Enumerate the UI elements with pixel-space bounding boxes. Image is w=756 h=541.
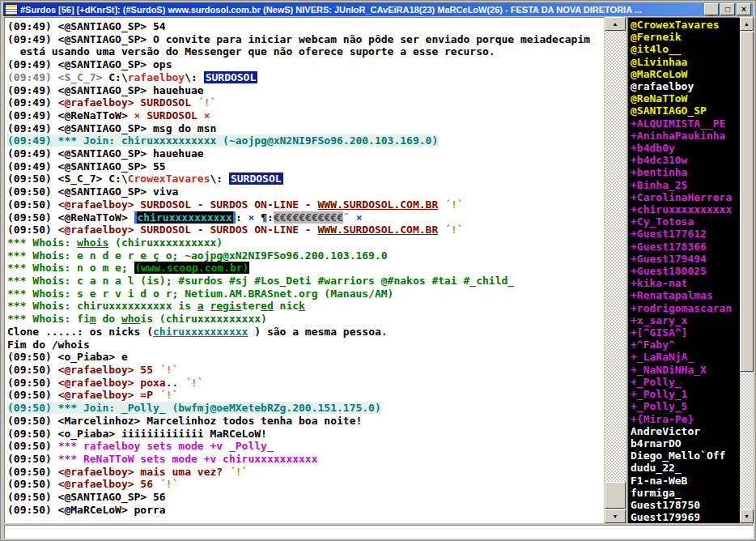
nicklist-item[interactable]: +CarolinaHerrera — [631, 191, 740, 203]
chat-line: (09:50) <@MaRCeLoW> porra — [7, 504, 604, 517]
chat-scrollbar[interactable]: ▲ ▼ — [605, 17, 626, 523]
chat-log: (09:49) <@SANTIAGO_SP> 54(09:49) <@SANTI… — [4, 17, 604, 523]
chat-line: (09:49) <@SANTIAGO_SP> ops — [7, 58, 604, 71]
chat-line: (09:49) <@SANTIAGO_SP> 54 — [7, 20, 604, 33]
chat-line: (09:49) <@SANTIAGO_SP> hauehuae — [7, 147, 604, 160]
nicklist-item[interactable]: Guest178750 — [631, 499, 740, 511]
chat-line: (09:50) *** ReNaTToW sets mode +v chirux… — [7, 453, 604, 466]
chat-line: (09:49) <@SANTIAGO_SP> hauehuae — [7, 84, 604, 97]
chat-line: (09:50) <@rafaelboy> =P ´!` — [7, 389, 604, 402]
message-input[interactable] — [4, 525, 754, 539]
chat-line: (09:50) <@rafaelboy> 55 ´!` — [7, 364, 604, 377]
chat-line: (09:50) <@rafaelboy> mais uma vez? ´!` — [7, 466, 604, 479]
titlebar[interactable]: #Surdos [56] [+dKnrSt]: (#SurdoS) www.su… — [3, 2, 753, 16]
nicklist-item[interactable]: +AninhaPaukinha — [631, 130, 740, 142]
nicklist-item[interactable]: @Livinhaa — [631, 56, 740, 68]
nicklist-item[interactable]: +Guest180025 — [631, 265, 740, 277]
chat-line: (09:50) <o_Piaba> e — [7, 351, 604, 364]
nicklist-item[interactable]: @Ferneik — [631, 31, 740, 43]
nicklist-scroll-down-icon[interactable]: ▼ — [740, 509, 754, 523]
nicklist-scrollbar[interactable]: ▲ ▼ — [740, 17, 754, 523]
nicklist-item[interactable]: +{Mira-Pe} — [631, 413, 740, 425]
chat-line: *** Whois: fim do whois (chiruxxxxxxxxxx… — [7, 313, 604, 326]
chat-line: *** Whois: c a n a l (is); #surdos #sj #… — [7, 275, 604, 288]
nicklist-item[interactable]: +Renatapalmas — [631, 289, 740, 301]
chat-line: (09:50) <@rafaelboy> SURDOSOL - SURDOS O… — [7, 224, 604, 236]
nicklist-item[interactable]: +^Faby^ — [631, 339, 740, 351]
nicklist-item[interactable]: @MaRCeLoW — [631, 68, 740, 80]
nicklist-item[interactable]: +Guest179494 — [631, 253, 740, 265]
nicklist-item[interactable]: +_LaRaNjA_ — [631, 351, 740, 363]
nicklist-item[interactable]: +_NaNDiNHa_X — [631, 364, 740, 376]
nicklist-item[interactable]: @CrowexTavares — [631, 19, 740, 31]
chat-scroll-up-icon[interactable]: ▲ — [605, 17, 626, 31]
chat-line: (09:49) <@SANTIAGO_SP> msg do msn — [7, 122, 604, 135]
chat-line: (09:50) <@SANTIAGO_SP> 56 — [7, 491, 604, 504]
nicklist-item[interactable]: +Binha_25 — [631, 179, 740, 191]
chat-line: *** Whois: s e r v i d o r; Netium.AM.BR… — [7, 288, 604, 300]
maximize-button[interactable]: □ — [720, 3, 735, 15]
nicklist-item[interactable]: +b4db0y — [631, 142, 740, 154]
chat-line: está usando uma versão do Messenger que … — [7, 45, 604, 58]
chat-line: (09:50) <@rafaelboy> 56 ´!` — [7, 478, 604, 491]
nicklist-item[interactable]: +kika-nat — [631, 277, 740, 289]
chat-line: Clone .....: os nicks (chiruxxxxxxxxxx )… — [7, 326, 604, 339]
chat-line: (09:49) *** Join: chiruxxxxxxxxxx (~aojp… — [7, 134, 604, 147]
nicklist-item[interactable]: Diego_Mello`Off — [631, 449, 740, 462]
chat-scroll-down-icon[interactable]: ▼ — [605, 509, 626, 523]
nicklist-item[interactable]: @it4lo__ — [631, 43, 740, 55]
chat-line: (09:49) <@rafaelboy> SURDOSOL ´!` — [7, 96, 604, 109]
nicklist-item[interactable]: +Guest177612 — [631, 228, 740, 240]
chat-line: *** Whois: e n d e r e ç o; ~aojpg@xN2NI… — [7, 249, 604, 262]
nicklist-item[interactable]: @rafaelboy — [631, 80, 740, 92]
nicklist-item[interactable]: +Guest178366 — [631, 241, 740, 253]
chat-line: (09:49) <S_C_7> C:\rafaelboy\: SURDOSOL — [7, 71, 604, 84]
chat-line: (09:49) <@SANTIAGO_SP> 55 — [7, 160, 604, 173]
nicklist-item[interactable]: Guest179969 — [631, 511, 740, 523]
nicklist: @CrowexTavares@Ferneik@it4lo__@Livinhaa@… — [627, 17, 740, 523]
window-title: #Surdos [56] [+dKnrSt]: (#SurdoS) www.su… — [20, 5, 703, 15]
chat-line: (09:50) <o_Piaba> iiiiiiiiiiiii MaRCeLoW… — [7, 428, 604, 441]
nicklist-item[interactable]: +b4dc310w — [631, 154, 740, 166]
nicklist-item[interactable]: +bentinha — [631, 166, 740, 178]
close-button[interactable]: × — [737, 3, 751, 15]
chat-line: (09:50) <@rafaelboy> poxa.. ´!` — [7, 377, 604, 390]
mirc-channel-window: #Surdos [56] [+dKnrSt]: (#SurdoS) www.su… — [0, 0, 756, 541]
chat-line: *** Whois: whois (chiruxxxxxxxxxx) — [7, 236, 604, 249]
nicklist-scroll-up-icon[interactable]: ▲ — [740, 17, 754, 31]
channel-window-icon — [5, 4, 18, 15]
chat-line: *** Whois: n o m e; (www.scoop.com.br) — [7, 262, 604, 275]
chat-line: (09:50) <@SANTIAGO_SP> viva — [7, 185, 604, 198]
chat-line: *** Whois: chiruxxxxxxxxxx is a register… — [7, 300, 604, 313]
nicklist-item[interactable]: +_Polly_1 — [631, 388, 740, 400]
nicklist-item[interactable]: b4rnarDO — [631, 437, 740, 449]
nicklist-item[interactable]: +rodrigomascaran — [631, 302, 740, 314]
nicklist-item[interactable]: dudu_22_ — [631, 462, 740, 474]
nicklist-item[interactable]: AndreVictor — [631, 425, 740, 437]
nicklist-item[interactable]: @SANTIAGO_SP — [631, 104, 740, 117]
nicklist-item[interactable]: +[^GISA^] — [631, 326, 740, 339]
nicklist-item[interactable]: F1-na-WeB — [631, 475, 740, 487]
chat-line: (09:49) <@ReNaTToW> × SURDOSOL × — [7, 109, 604, 122]
chat-line: (09:50) <S_C_7> C:\CrowexTavares\: SURDO… — [7, 173, 604, 185]
chat-line: (09:50) <@rafaelboy> SURDOSOL - SURDOS O… — [7, 198, 604, 211]
nicklist-item[interactable]: furmiga_ — [631, 487, 740, 499]
minimize-button[interactable]: _ — [704, 3, 719, 15]
chat-line: (09:50) <@ReNaTToW> chiruxxxxxxxxxx: × ¶… — [7, 211, 604, 224]
nicklist-item[interactable]: @ReNaTToW — [631, 92, 740, 104]
chat-line: (09:49) <@SANTIAGO_SP> O convite para in… — [7, 33, 604, 46]
chat-scrollbar-thumb[interactable] — [605, 482, 626, 509]
chat-line: (09:50) *** Join: _Polly_ (bwfmj@oeMXete… — [7, 402, 604, 415]
chat-line: (09:50) <Marcelinhoz> Marcelinhoz todos … — [7, 415, 604, 428]
nicklist-scrollbar-thumb[interactable] — [740, 32, 754, 372]
nicklist-item[interactable]: +x_sary_x — [631, 314, 740, 326]
nicklist-item[interactable]: +_Polly_5 — [631, 400, 740, 412]
nicklist-item[interactable]: +Cy_Totosa — [631, 215, 740, 228]
nicklist-item[interactable]: +ALQUIMISTA__PE — [631, 117, 740, 130]
nicklist-item[interactable]: +chiruxxxxxxxxxx — [631, 203, 740, 215]
chat-line: (09:50) *** rafaelboy sets mode +v _Poll… — [7, 440, 604, 453]
nicklist-item[interactable]: +_Polly_ — [631, 376, 740, 388]
chat-line: Fim do /whois — [7, 339, 604, 351]
